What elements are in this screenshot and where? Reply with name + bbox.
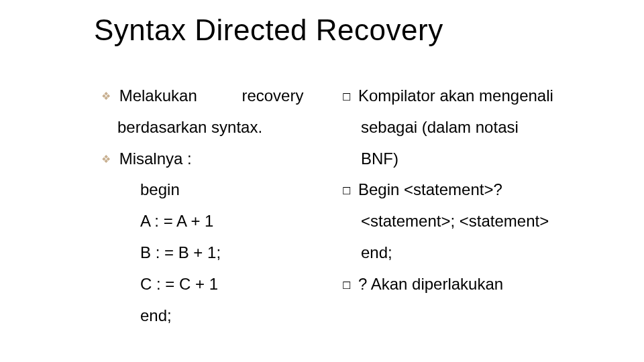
right-bullet-1: ☐Kompilator akan mengenali bbox=[342, 80, 604, 112]
diamond-bullet-icon: ❖ bbox=[101, 86, 115, 107]
left-bullet-1-text-b: recovery bbox=[241, 86, 303, 105]
code-line-2: A : = A + 1 bbox=[104, 206, 329, 237]
slide-title: Syntax Directed Recovery bbox=[94, 13, 443, 47]
right-bullet-1-cont2: BNF) bbox=[342, 143, 604, 175]
code-line-5: end; bbox=[104, 300, 329, 332]
left-bullet-2-text: Misalnya : bbox=[119, 149, 192, 168]
left-bullet-2: ❖ Misalnya : bbox=[104, 143, 329, 175]
content-columns: ❖ Melakukan recovery berdasarkan syntax.… bbox=[104, 80, 621, 331]
right-bullet-1-cont1: sebagai (dalam notasi bbox=[342, 112, 604, 143]
left-column: ❖ Melakukan recovery berdasarkan syntax.… bbox=[104, 80, 342, 331]
diamond-bullet-icon: ❖ bbox=[101, 149, 115, 170]
square-bullet-icon: ☐ bbox=[342, 181, 358, 200]
code-line-3: B : = B + 1; bbox=[104, 237, 329, 269]
left-bullet-1-cont: berdasarkan syntax. bbox=[104, 112, 329, 143]
square-bullet-icon: ☐ bbox=[342, 87, 358, 107]
right-bullet-2: ☐Begin <statement>? bbox=[342, 174, 604, 206]
right-bullet-2-cont1: <statement>; <statement> bbox=[342, 206, 604, 237]
right-bullet-3-text: ? Akan diperlakukan bbox=[358, 275, 503, 293]
square-bullet-icon: ☐ bbox=[342, 276, 358, 295]
right-bullet-2-text: Begin <statement>? bbox=[358, 180, 502, 198]
left-bullet-1-text-a: Melakukan bbox=[119, 86, 197, 105]
right-bullet-2-cont2: end; bbox=[342, 237, 604, 269]
code-line-1: begin bbox=[104, 174, 329, 206]
code-line-4: C : = C + 1 bbox=[104, 269, 329, 300]
left-bullet-1: ❖ Melakukan recovery bbox=[104, 80, 329, 112]
right-bullet-3: ☐? Akan diperlakukan bbox=[342, 269, 604, 300]
right-column: ☐Kompilator akan mengenali sebagai (dala… bbox=[342, 80, 604, 331]
right-bullet-1-text: Kompilator akan mengenali bbox=[358, 86, 553, 105]
